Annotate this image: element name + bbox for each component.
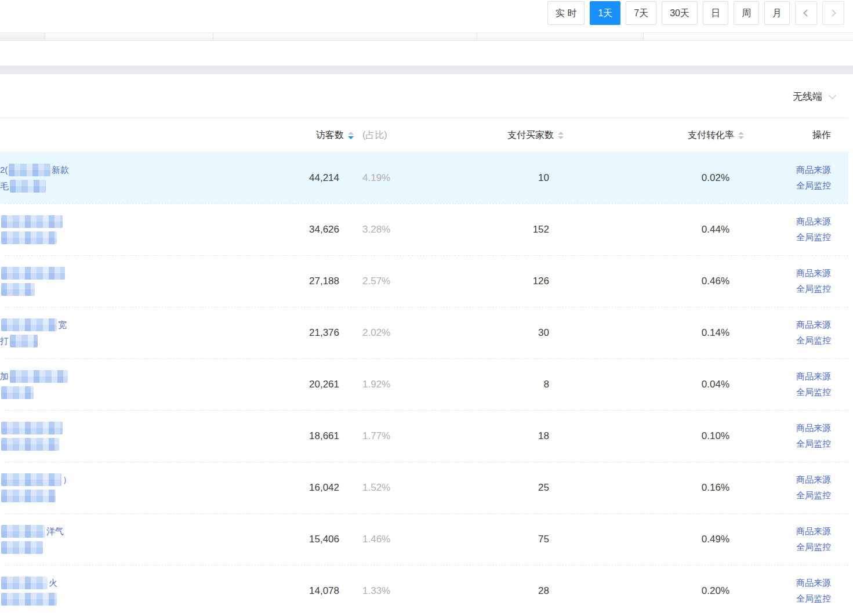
tab-strip [0,32,853,41]
global-monitor-link[interactable]: 全局监控 [796,230,831,245]
product-name-link[interactable]: 火 [0,575,245,607]
row-actions: 商品来源 全局监控 [744,575,848,606]
table-header-row: 访客数 (占比) 支付买家数 支付转化率 操作 [0,118,848,152]
column-header-buyers[interactable]: 支付买家数 [424,129,564,142]
row-actions: 商品来源 全局监控 [744,266,848,296]
tab-strip-segment [644,33,853,40]
global-monitor-link[interactable]: 全局监控 [796,539,831,555]
table-row: 宽 打 21,376 2.02% 30 0.14% 商品来源 全局监控 [0,307,848,358]
period-button-group: 实 时1天7天30天日周月 [547,1,790,25]
conversion-value: 0.20% [564,585,744,597]
product-name-link[interactable] [0,265,245,298]
product-name-link[interactable] [0,213,245,246]
conversion-value: 0.02% [564,172,744,184]
product-source-link[interactable]: 商品来源 [796,575,831,590]
device-selector-value: 无线端 [793,90,822,103]
column-header-visitors[interactable]: 访客数 [245,129,354,142]
buyers-value: 75 [424,534,564,545]
sort-control-buyers[interactable] [558,132,564,139]
table-row: 27,188 2.57% 126 0.46% 商品来源 全局监控 [0,255,848,307]
share-value: 1.92% [354,379,424,390]
table-body: 2( 新款 毛 44,214 4.19% 10 0.02% 商品来源 全局监控 [0,152,848,616]
share-value: 3.28% [354,224,424,235]
product-name-link[interactable]: 洋气 [0,523,245,556]
share-value: 2.02% [354,327,424,339]
global-monitor-link[interactable]: 全局监控 [796,488,831,503]
buyers-value: 126 [424,276,564,287]
conversion-value: 0.14% [564,327,744,339]
censored-text-block [1,422,63,434]
prev-period-button[interactable] [795,1,817,25]
share-value: 1.33% [354,585,424,597]
product-source-link[interactable]: 商品来源 [796,369,831,384]
device-selector-dropdown[interactable]: 无线端 [793,90,835,103]
buyers-value: 152 [424,224,564,235]
next-period-button[interactable] [822,1,844,25]
row-actions: 商品来源 全局监控 [744,317,848,348]
product-source-link[interactable]: 商品来源 [796,421,831,436]
share-value: 1.77% [354,430,424,442]
section-divider [0,66,853,74]
row-actions: 商品来源 全局监控 [744,421,848,451]
censored-text-block [10,180,46,193]
product-name-link[interactable] [0,420,245,452]
visitors-value: 14,078 [245,585,354,597]
period-button-day[interactable]: 日 [703,1,728,25]
global-monitor-link[interactable]: 全局监控 [796,385,831,400]
global-monitor-link[interactable]: 全局监控 [796,178,831,193]
row-actions: 商品来源 全局监控 [744,369,848,400]
visitors-value: 34,626 [245,224,354,235]
global-monitor-link[interactable]: 全局监控 [796,333,831,348]
product-source-link[interactable]: 商品来源 [796,162,831,177]
buyers-value: 25 [424,482,564,494]
period-button-month[interactable]: 月 [764,1,790,25]
censored-text-block [9,164,50,176]
buyers-value: 28 [424,585,564,597]
table-row: 洋气 15,406 1.46% 75 0.49% 商品来源 全局监控 [0,513,848,565]
tab-strip-segment [45,33,213,40]
conversion-value: 0.16% [564,482,744,494]
table-row: 34,626 3.28% 152 0.44% 商品来源 全局监控 [0,204,848,255]
buyers-value: 18 [424,430,564,442]
product-source-link[interactable]: 商品来源 [796,266,831,281]
share-value: 4.19% [354,172,424,184]
share-value: 2.57% [354,276,424,287]
visitors-value: 27,188 [245,276,354,287]
table-row: 2( 新款 毛 44,214 4.19% 10 0.02% 商品来源 全局监控 [0,152,848,204]
global-monitor-link[interactable]: 全局监控 [796,281,831,296]
sort-control-conversion[interactable] [738,132,744,139]
product-source-link[interactable]: 商品来源 [796,472,831,487]
product-source-link[interactable]: 商品来源 [796,317,831,332]
items-table: 访客数 (占比) 支付买家数 支付转化率 操作 2( 新款 [0,118,848,616]
period-button-30d[interactable]: 30天 [662,1,698,25]
buyers-value: 30 [424,327,564,339]
column-header-share: (占比) [354,129,424,142]
product-name-link[interactable]: 宽 打 [0,317,245,349]
table-row: ） 16,042 1.52% 25 0.16% 商品来源 全局监控 [0,462,848,513]
visitors-value: 44,214 [245,172,354,184]
period-button-1d[interactable]: 1天 [590,1,620,25]
censored-text-block [1,541,43,554]
product-source-link[interactable]: 商品来源 [796,524,831,539]
period-toolbar: 实 时1天7天30天日周月 [547,1,844,25]
product-source-link[interactable]: 商品来源 [796,214,831,229]
period-button-7d[interactable]: 7天 [626,1,656,25]
product-name-link[interactable]: 加 [0,368,245,401]
period-button-week[interactable]: 周 [734,1,759,25]
global-monitor-link[interactable]: 全局监控 [796,591,831,606]
sort-control-visitors[interactable] [348,132,354,139]
table-row: 加 20,261 1.92% 8 0.04% 商品来源 全局监控 [0,358,848,410]
visitors-value: 15,406 [245,534,354,545]
column-header-action: 操作 [744,129,848,142]
analytics-page: 实 时1天7天30天日周月 无线端 访客数 (占比) [0,0,853,616]
censored-text-block [10,335,38,347]
censored-text-block [1,283,35,296]
global-monitor-link[interactable]: 全局监控 [796,436,831,451]
censored-text-block [1,318,57,331]
tab-strip-segment [477,33,644,40]
product-name-link[interactable]: ） [0,472,245,504]
product-name-link[interactable]: 2( 新款 毛 [0,162,245,194]
row-actions: 商品来源 全局监控 [744,162,848,193]
column-header-conversion[interactable]: 支付转化率 [564,129,744,142]
period-button-realtime[interactable]: 实 时 [547,1,585,25]
